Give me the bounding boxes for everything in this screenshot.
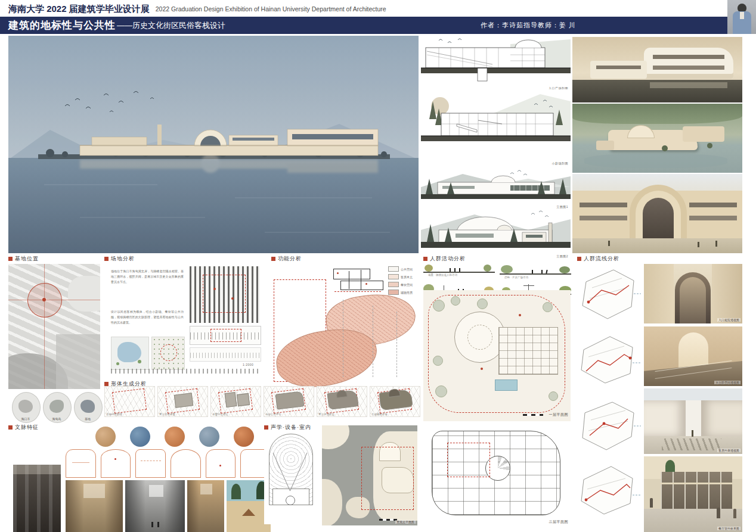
photo4-caption: 餐厅室外效果图 (717, 527, 740, 530)
floor-plan-1: 一层平面图 (423, 290, 571, 421)
legend-swatch (388, 266, 399, 272)
context-circle-5 (234, 427, 254, 447)
site-analysis-text-2: 设计以民俗客栈为载体，结合小剧场、餐饮等公共功能，延续骑楼街区的文脉肌理，塑造具… (111, 309, 184, 333)
oval-caption-2: 海甸岛 (42, 417, 71, 421)
legend-label: 客房单元 (401, 275, 413, 279)
context-photo-sepia-1 (66, 480, 123, 532)
section-bullet (577, 257, 581, 261)
site-analysis-text-1: 场地位于海口市海甸溪北岸，与骑楼老街隔水相望。基地三面环水，视野开阔，是展示城市… (111, 269, 184, 308)
label-circulation: 人群流线分析 (577, 255, 619, 263)
context-photo-colonnade (13, 465, 61, 532)
elevation-drawing-2: 立面图2 (421, 209, 571, 253)
perspective-photo-1: 入口庭院透视图 (644, 264, 742, 323)
context-photo-sepia-2 (187, 480, 224, 532)
context-circle-3 (165, 427, 185, 447)
oval-caption-1: 海口市 (11, 417, 40, 421)
plan2-caption: 二层平面图 (549, 519, 569, 525)
crowd-vignette-1: 清晨 · 骑楼街道人群活动 (423, 263, 495, 277)
section2-caption: 小剧场剖面 (552, 161, 569, 165)
hero-render-art (8, 36, 419, 253)
context-block (8, 425, 262, 532)
author-photo (727, 0, 756, 34)
label-crowd-activity: 人群活动分析 (423, 255, 466, 263)
render-arch-closeup (572, 174, 742, 253)
landscape-plan: 景观总平面图 (322, 425, 417, 525)
circulation-axon-1 (574, 264, 641, 325)
header: 海南大学 2022 届建筑学毕业设计展 2022 Graduation Desi… (8, 2, 386, 15)
label-site-analysis: 场地分析 (104, 255, 135, 263)
massing-step-4: 连接公共平台 (264, 386, 314, 417)
hero-render (8, 36, 419, 253)
exhibition-title-zh: 海南大学 2022 届建筑学毕业设计展 (8, 4, 150, 15)
legend-label: 公共空间 (401, 267, 413, 271)
render-aerial-view (572, 104, 742, 173)
site-location-map (8, 264, 100, 389)
section-bullet (104, 382, 109, 386)
project-title: 建筑的地标性与公共性 (8, 18, 116, 32)
section-drawing-1: 入口广场剖面 (421, 37, 571, 85)
acoustic-diagram (264, 431, 318, 524)
elevation2-caption: 立面图2 (556, 254, 568, 258)
scale-bar (523, 414, 543, 416)
label-site-location: 基地位置 (8, 255, 39, 263)
circulation-axon-3 (574, 395, 641, 456)
legend-swatch (388, 290, 399, 295)
legend-swatch (388, 274, 399, 279)
perspective-photo-4: 餐厅室外效果图 (644, 456, 742, 532)
exhibition-title-en: 2022 Graduation Design Exhibition of Hai… (156, 5, 386, 13)
label-interior: 声学·设备·室内 (264, 424, 311, 431)
site-analysis-panel: 场地位于海口市海甸溪北岸，与骑楼老街隔水相望。基地三面环水，视野开阔，是展示城市… (104, 264, 262, 380)
crowd-vignette-3: 傍晚 · 滨水广场活动 (500, 263, 571, 279)
elevation-drawing-1: 立面图1 (421, 169, 571, 204)
perspective-photo-3: 客房外廊透视图 (644, 388, 742, 454)
facade-sketch (171, 449, 201, 478)
facade-sketch (135, 449, 166, 478)
legend-swatch (388, 282, 399, 287)
massing-step-3: 体量切分退让 (210, 386, 261, 417)
street-strip-1 (190, 326, 261, 345)
legend-label: 餐饮空间 (401, 283, 413, 287)
photo1-caption: 入口庭院透视图 (717, 318, 740, 322)
massing-step-6: 生成最终形体 (370, 386, 420, 417)
scale-bar (379, 519, 397, 521)
context-circle-4 (199, 427, 219, 447)
presentation-board: 海南大学 2022 届建筑学毕业设计展 2022 Graduation Desi… (0, 0, 756, 532)
function-sketch-plan (331, 265, 386, 297)
massing-strip: 基地现状肌理 置入基本体量 体量切分退让 连接公共平台 置入拱顶形态 生成最终形… (104, 386, 419, 421)
function-legend: 公共空间 客房单元 餐饮空间 辅助用房 (388, 266, 413, 297)
circulation-column (574, 264, 641, 525)
facade-sketch-row (66, 449, 271, 478)
title-bar: 建筑的地标性与公共性 ——历史文化街区民俗客栈设计 作者：李诗茹 指导教师：姜 … (0, 17, 727, 34)
massing-step-1: 基地现状肌理 (104, 386, 155, 417)
section-bullet (264, 425, 268, 430)
oval-caption-3: 基地 (73, 417, 102, 421)
facade-sketch (206, 449, 236, 478)
street-strip-2 (190, 347, 261, 362)
section-bullet (423, 257, 427, 261)
section-bullet (8, 257, 13, 261)
project-subtitle: ——历史文化街区民俗客栈设计 (117, 20, 225, 31)
plan1-caption: 一层平面图 (549, 412, 569, 418)
landscape-plan-caption: 景观总平面图 (395, 520, 416, 524)
author-label: 作者：李诗茹 (481, 21, 523, 30)
circulation-axon-2 (574, 329, 641, 390)
legend-label: 辅助用房 (401, 291, 413, 294)
massing-step-5: 置入拱顶形态 (317, 386, 367, 417)
perspective-photo-2: 大台阶空间透视图 (644, 326, 742, 386)
plan-highlight-box (361, 447, 414, 510)
circulation-axon-4 (574, 461, 641, 521)
render-dusk-view (572, 37, 742, 102)
street-strip-3 (111, 365, 260, 376)
context-circle-1 (95, 427, 116, 447)
facade-sketch (101, 449, 131, 478)
section-drawing-2: 小剧场剖面 (421, 89, 571, 160)
floor-plan-2: 二层平面图 (423, 425, 571, 527)
figure-ground-map (190, 266, 260, 323)
label-function-analysis: 功能分析 (271, 255, 302, 263)
facade-sketch (66, 449, 96, 478)
author-shirt (740, 12, 744, 19)
context-circle-2 (130, 427, 150, 447)
section-bullet (104, 257, 109, 261)
context-photo-bw (125, 480, 185, 532)
massing-step-2: 置入基本体量 (157, 386, 208, 417)
